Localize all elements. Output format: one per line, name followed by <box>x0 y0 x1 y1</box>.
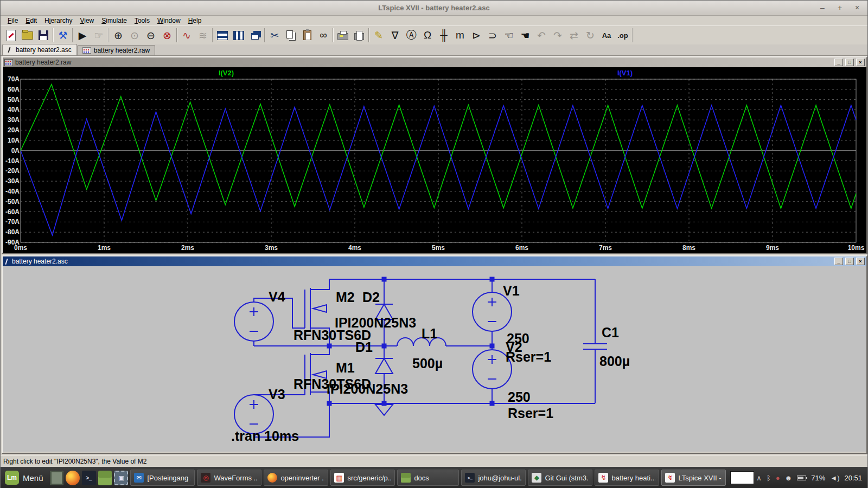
v2-rser-label[interactable]: Rser=1 <box>508 406 553 421</box>
m1-drain-wire[interactable] <box>310 346 329 355</box>
autorange-plot-icon[interactable]: ∿ <box>178 28 195 43</box>
save-icon[interactable] <box>35 28 52 43</box>
close-button[interactable]: × <box>852 3 862 12</box>
menu-window[interactable]: Window <box>154 16 184 25</box>
zoom-fit-icon[interactable]: ⊗ <box>159 28 175 43</box>
legend-iv1[interactable]: I(V1) <box>617 69 633 77</box>
menu-view[interactable]: View <box>76 16 98 25</box>
mirror-icon[interactable]: ⇄ <box>566 28 582 43</box>
minimize-button[interactable]: – <box>818 3 827 12</box>
terminal-icon[interactable]: >_ <box>82 471 96 485</box>
cascade-windows-icon[interactable] <box>247 28 263 43</box>
battery-icon[interactable] <box>797 476 806 480</box>
menu-simulate[interactable]: Simulate <box>98 16 131 25</box>
task-src-generic-p-[interactable]: ▦src/generic/p... <box>330 470 395 486</box>
d2-label[interactable]: D2 <box>362 290 380 305</box>
image-viewer-icon[interactable]: ▣ <box>114 471 128 485</box>
tile-vertical-icon[interactable] <box>231 28 247 43</box>
l1-label[interactable]: L1 <box>422 326 437 341</box>
diode-icon[interactable]: ⊳ <box>468 28 484 43</box>
copy-icon[interactable] <box>283 28 299 43</box>
clock[interactable]: 20:51 <box>844 474 862 482</box>
expand-tray-icon[interactable]: ∧ <box>756 474 762 482</box>
task--posteingang-[interactable]: ✉[Posteingang ... <box>130 470 195 486</box>
task-johu-johu-ul-[interactable]: >_johu@johu-ul... <box>461 470 526 486</box>
spice-netlist-icon[interactable]: ≋ <box>195 28 211 43</box>
task-waveforms-[interactable]: ◎WaveForms ... <box>197 470 261 486</box>
resistor-icon[interactable]: Ω <box>419 28 436 43</box>
waveform-plot-area[interactable]: I(V2) I(V1) 70A60A50A40A30A20A10A0A-10A-… <box>3 67 866 253</box>
capacitor-icon[interactable]: ╫ <box>436 28 452 43</box>
schematic-maximize-button[interactable]: □ <box>845 258 854 265</box>
ground-icon[interactable]: ∇ <box>387 28 403 43</box>
volume-icon[interactable]: ◄) <box>830 474 839 482</box>
drag-icon[interactable]: ☚ <box>517 28 533 43</box>
component-icon[interactable]: ⊃ <box>484 28 501 43</box>
inductor-icon[interactable]: m <box>452 28 468 43</box>
redo-icon[interactable]: ↷ <box>550 28 566 43</box>
bluetooth-icon[interactable]: ᛒ <box>767 474 771 482</box>
c1-label[interactable]: C1 <box>602 325 619 340</box>
schematic-close-button[interactable]: × <box>856 258 865 265</box>
waveform-minimize-button[interactable]: _ <box>834 59 843 66</box>
firefox-icon[interactable] <box>66 471 80 485</box>
m1-label[interactable]: M1 <box>336 360 355 375</box>
start-menu-button[interactable]: LmMenü <box>4 470 48 486</box>
task-docs[interactable]: docs <box>397 470 459 486</box>
schematic-canvas[interactable]: V4 M2 D2 IPI200N25N3 RFN30TS6D D1 M1 RFN… <box>3 266 866 452</box>
paste-icon[interactable] <box>299 28 315 43</box>
c1-capacitor-symbol[interactable] <box>583 279 607 403</box>
control-panel-icon[interactable]: ⚒ <box>55 28 71 43</box>
tran-directive-label[interactable]: .tran 10ms <box>231 428 299 444</box>
print-icon[interactable] <box>335 28 351 43</box>
waveform-window-titlebar[interactable]: battery heater2.raw _ □ × <box>3 57 866 67</box>
menu-file[interactable]: File <box>4 16 22 25</box>
c1-value-label[interactable]: 800µ <box>599 354 630 369</box>
spice-directive-icon[interactable]: .op <box>615 28 631 43</box>
m2-label[interactable]: M2 <box>336 290 355 305</box>
v4-label[interactable]: V4 <box>269 289 285 304</box>
folder-icon[interactable] <box>98 471 112 485</box>
zoom-in-icon[interactable]: ⊕ <box>110 28 126 43</box>
find-icon[interactable]: ∞ <box>315 28 331 43</box>
open-icon[interactable] <box>19 28 35 43</box>
zoom-out-icon[interactable]: ⊖ <box>143 28 159 43</box>
l1-value-label[interactable]: 500µ <box>412 356 443 371</box>
v1-rser-label[interactable]: Rser=1 <box>506 349 551 364</box>
new-schematic-icon[interactable] <box>3 28 19 43</box>
zoom-back-icon[interactable]: ⊙ <box>126 28 143 43</box>
waveform-close-button[interactable]: × <box>856 59 865 66</box>
task-battery-heati-[interactable]: ↯battery heati... <box>595 470 659 486</box>
halt-icon[interactable]: ☞ <box>91 28 107 43</box>
v1-label[interactable]: V1 <box>503 283 520 298</box>
label-net-icon[interactable]: Ⓐ <box>403 28 419 43</box>
task-openinverter-[interactable]: openinverter ... <box>264 470 328 486</box>
tile-horizontal-icon[interactable] <box>214 28 231 43</box>
task-ltspice-xvii-[interactable]: ↯LTspice XVII -... <box>661 470 726 486</box>
waveform-maximize-button[interactable]: □ <box>845 59 854 66</box>
tab-battery-heater2-raw[interactable]: battery heater2.raw <box>77 45 155 55</box>
cut-icon[interactable]: ✂ <box>266 28 283 43</box>
tab-battery-heater2-asc[interactable]: battery heater2.asc <box>2 44 77 55</box>
menu-tools[interactable]: Tools <box>131 16 154 25</box>
m2-drain-wire[interactable] <box>310 279 329 290</box>
maximize-button[interactable]: + <box>835 3 845 12</box>
ground-symbol[interactable] <box>375 404 393 415</box>
v2-value-label[interactable]: 250 <box>508 389 531 404</box>
show-desktop-icon[interactable] <box>50 471 64 485</box>
schematic-window-titlebar[interactable]: battery heater2.asc _ □ × <box>3 256 866 266</box>
m1-value-label[interactable]: IPI200N25N3 <box>327 381 408 396</box>
v3-label[interactable]: V3 <box>269 387 285 402</box>
print-preview-icon[interactable] <box>351 28 367 43</box>
schematic-minimize-button[interactable]: _ <box>834 258 843 265</box>
menu-help[interactable]: Help <box>184 16 206 25</box>
task-git-gui-stm3-[interactable]: ◆Git Gui (stm3... <box>528 470 592 486</box>
menu-edit[interactable]: Edit <box>22 16 41 25</box>
run-icon[interactable]: ▶ <box>74 28 91 43</box>
wire-icon[interactable]: ✎ <box>371 28 387 43</box>
rotate-icon[interactable]: ↻ <box>582 28 598 43</box>
status-dot-icon[interactable]: ● <box>776 474 780 482</box>
menu-hierarchy[interactable]: Hierarchy <box>41 16 76 25</box>
undo-icon[interactable]: ↶ <box>533 28 550 43</box>
d1-label[interactable]: D1 <box>355 339 373 355</box>
